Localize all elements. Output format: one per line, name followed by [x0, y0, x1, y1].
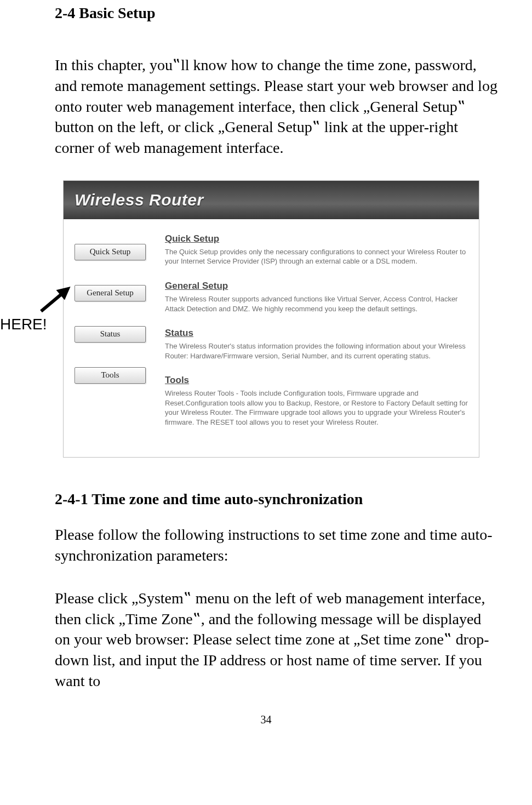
section-title: 2-4 Basic Setup	[55, 4, 499, 22]
arrow-icon	[38, 278, 77, 317]
router-section-quick-setup: Quick Setup The Quick Setup provides onl…	[165, 233, 468, 266]
router-section-status: Status The Wireless Router's status info…	[165, 327, 468, 361]
router-sidebar: Quick Setup General Setup Status Tools	[75, 233, 146, 441]
intro-paragraph: In this chapter, you‟ll know how to chan…	[55, 55, 499, 158]
svg-line-0	[41, 294, 61, 311]
quick-setup-desc: The Quick Setup provides only the necess…	[165, 248, 466, 266]
router-header: Wireless Router	[64, 181, 479, 219]
status-desc: The Wireless Router's status information…	[165, 342, 466, 360]
router-section-general-setup: General Setup The Wireless Router suppor…	[165, 280, 468, 313]
body-paragraph-1: Please follow the following instructions…	[55, 524, 499, 566]
sub-section-title: 2-4-1 Time zone and time auto-synchroniz…	[55, 490, 499, 508]
tools-link[interactable]: Tools	[165, 374, 468, 387]
general-setup-button[interactable]: General Setup	[75, 285, 146, 301]
body-paragraph-2: Please click „System‟ menu on the left o…	[55, 588, 499, 692]
status-button[interactable]: Status	[75, 326, 146, 342]
page-number: 34	[0, 713, 532, 726]
here-label: HERE!	[0, 316, 47, 333]
status-link[interactable]: Status	[165, 327, 468, 340]
router-content: Quick Setup The Quick Setup provides onl…	[165, 233, 468, 441]
quick-setup-button[interactable]: Quick Setup	[75, 244, 146, 260]
quick-setup-link[interactable]: Quick Setup	[165, 233, 468, 246]
general-setup-link[interactable]: General Setup	[165, 280, 468, 293]
router-header-title: Wireless Router	[75, 191, 204, 209]
general-setup-desc: The Wireless Router supports advanced fu…	[165, 295, 457, 313]
tools-desc: Wireless Router Tools - Tools include Co…	[165, 389, 468, 426]
router-section-tools: Tools Wireless Router Tools - Tools incl…	[165, 374, 468, 427]
router-body: Quick Setup General Setup Status Tools Q…	[64, 219, 479, 457]
router-screenshot: Wireless Router Quick Setup General Setu…	[63, 180, 479, 458]
tools-button[interactable]: Tools	[75, 367, 146, 384]
